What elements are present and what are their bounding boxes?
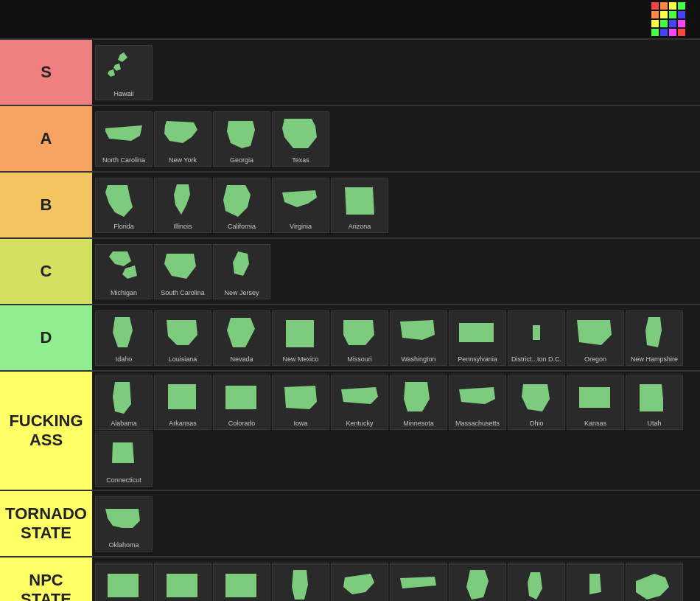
state-name-label: New Mexico	[282, 356, 318, 364]
state-name-label: New Jersey	[224, 290, 259, 297]
list-item[interactable]: Minnesota	[390, 375, 447, 430]
state-shape-icon	[455, 378, 500, 415]
list-item[interactable]: Michigan	[95, 244, 153, 299]
list-item[interactable]: South Carolina	[154, 244, 211, 299]
list-item[interactable]: New York	[154, 111, 211, 167]
svg-marker-6	[282, 119, 317, 148]
list-item[interactable]: North Carolina	[95, 111, 153, 167]
list-item[interactable]: Colorado	[213, 375, 270, 430]
list-item[interactable]: Georgia	[213, 111, 270, 167]
list-item[interactable]: Hawaii	[95, 45, 153, 100]
list-item[interactable]: District...ton D.C.	[508, 310, 565, 366]
tier-row-fucking-ass: FUCKING ASSAlabamaArkansasColoradoIowaKe…	[0, 370, 700, 490]
list-item[interactable]: Virginia	[272, 178, 329, 233]
state-shape-icon	[220, 248, 264, 285]
list-item[interactable]: Ohio	[508, 375, 565, 430]
svg-marker-39	[167, 574, 197, 597]
list-item[interactable]: Arkansas	[154, 375, 211, 430]
svg-marker-37	[105, 509, 140, 528]
list-item[interactable]: New Jersey	[213, 244, 270, 299]
svg-marker-8	[174, 184, 190, 215]
list-item[interactable]: Connecticut	[95, 431, 153, 487]
list-item[interactable]: Pennsylvania	[449, 310, 506, 366]
list-item[interactable]: North Dakota	[154, 563, 211, 602]
tier-items-a: North CarolinaNew YorkGeorgiaTexas	[92, 106, 700, 171]
tier-row-tornado-state: TORNADO STATEOklahoma	[0, 490, 700, 556]
list-item[interactable]: Kansas	[567, 375, 624, 430]
state-name-label: Colorado	[228, 420, 256, 428]
list-item[interactable]: Tennessee	[390, 563, 447, 602]
state-shape-icon	[102, 314, 146, 351]
list-item[interactable]: Utah	[626, 375, 683, 430]
svg-marker-21	[400, 320, 435, 340]
list-item[interactable]: Oregon	[567, 310, 624, 366]
list-item[interactable]: California	[213, 178, 270, 233]
tier-items-s: Hawaii	[92, 40, 700, 105]
tier-items-d: IdahoLouisianaNevadaNew MexicoMissouriWa…	[92, 305, 700, 370]
state-name-label: Kentucky	[346, 420, 373, 428]
svg-marker-40	[225, 574, 256, 597]
svg-marker-42	[343, 574, 374, 594]
svg-marker-15	[233, 251, 249, 276]
state-shape-icon	[632, 378, 676, 415]
list-item[interactable]: Rhode Island	[567, 563, 624, 602]
list-item[interactable]: South Dakota	[95, 563, 153, 602]
state-shape-icon	[102, 115, 146, 152]
state-shape-icon	[632, 566, 676, 602]
list-item[interactable]: Wyoming	[213, 563, 270, 602]
list-item[interactable]: Alaska	[626, 563, 683, 602]
svg-marker-47	[636, 574, 669, 600]
svg-marker-2	[108, 69, 115, 77]
list-item[interactable]: Massachusetts	[449, 375, 506, 430]
list-item[interactable]: Missouri	[331, 310, 388, 366]
list-item[interactable]: Florida	[95, 178, 153, 233]
svg-marker-1	[113, 63, 121, 71]
state-name-label: Oregon	[584, 356, 606, 364]
state-shape-icon	[279, 181, 323, 218]
list-item[interactable]: Louisiana	[154, 310, 211, 366]
list-item[interactable]: Kentucky	[331, 375, 388, 430]
state-shape-icon	[220, 314, 264, 351]
svg-marker-32	[459, 387, 495, 404]
list-item[interactable]: New Hampshire	[626, 310, 683, 366]
list-item[interactable]: New Mexico	[272, 310, 329, 366]
list-item[interactable]: West Virginia	[331, 563, 388, 602]
state-shape-icon	[514, 378, 559, 415]
list-item[interactable]: Iowa	[272, 375, 329, 430]
list-item[interactable]: Idaho	[95, 310, 153, 366]
state-shape-icon	[573, 314, 617, 351]
tier-items-c: MichiganSouth CarolinaNew Jersey	[92, 239, 700, 304]
svg-marker-25	[645, 317, 662, 347]
tier-items-fucking-ass: AlabamaArkansasColoradoIowaKentuckyMinne…	[92, 372, 700, 490]
list-item[interactable]: Washington	[390, 310, 447, 366]
tier-list: SHawaiiANorth CarolinaNew YorkGeorgiaTex…	[0, 38, 700, 601]
tier-label-tornado-state: TORNADO STATE	[0, 491, 92, 556]
list-item[interactable]: Delaware	[508, 563, 565, 602]
state-shape-icon	[102, 248, 146, 285]
state-name-label: Connecticut	[106, 477, 141, 484]
svg-marker-26	[113, 382, 131, 414]
list-item[interactable]: Nevada	[213, 310, 270, 366]
state-shape-icon	[102, 500, 146, 537]
logo	[651, 2, 691, 36]
svg-marker-13	[122, 265, 137, 279]
state-shape-icon	[161, 378, 205, 415]
list-item[interactable]: Alabama	[95, 375, 153, 430]
list-item[interactable]: Illinois	[154, 178, 211, 233]
state-shape-icon	[279, 314, 323, 351]
svg-marker-19	[286, 320, 314, 347]
state-shape-icon	[455, 566, 500, 602]
header	[0, 0, 700, 38]
state-shape-icon	[161, 566, 205, 602]
state-shape-icon	[161, 248, 205, 285]
list-item[interactable]: Texas	[272, 111, 329, 167]
list-item[interactable]: Arizona	[331, 178, 388, 233]
state-shape-icon	[337, 378, 382, 415]
list-item[interactable]: Mississippi	[272, 563, 329, 602]
state-name-label: Alabama	[111, 420, 137, 428]
list-item[interactable]: Oklahoma	[95, 496, 153, 552]
state-name-label: Illinois	[173, 223, 192, 231]
state-name-label: Arkansas	[169, 420, 197, 428]
list-item[interactable]: Maine	[449, 563, 506, 602]
svg-marker-16	[113, 317, 133, 347]
